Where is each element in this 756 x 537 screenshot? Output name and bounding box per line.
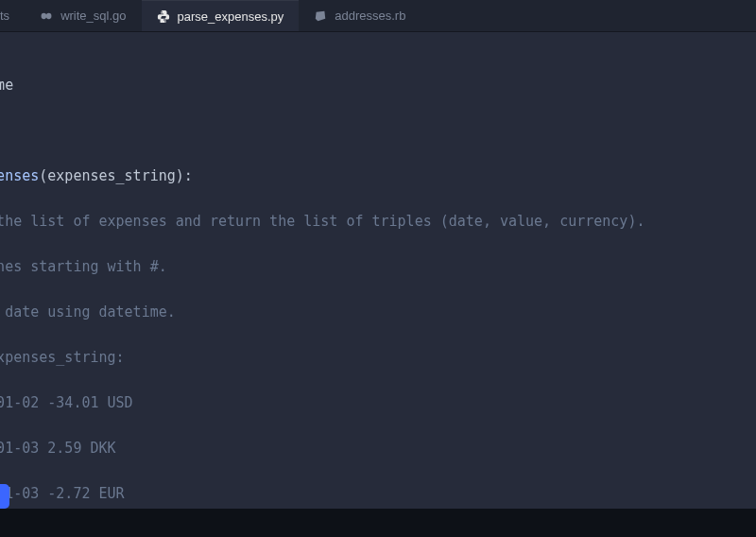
tab-parse-expenses[interactable]: parse_expenses.py xyxy=(142,0,300,31)
tab-label: parse_expenses.py xyxy=(178,9,284,24)
tab-addresses[interactable]: addresses.rb xyxy=(299,0,421,31)
svg-point-1 xyxy=(46,12,52,18)
tab-label: addresses.rb xyxy=(335,9,405,23)
code-text: (expenses_string): xyxy=(39,167,193,184)
comment: 016-01-02 -34.01 USD xyxy=(0,394,133,411)
comment: le expenses_string: xyxy=(0,349,125,366)
cursor-indicator xyxy=(0,484,9,509)
comment: 016-01-03 -2.72 EUR xyxy=(0,485,125,502)
function-name: _expenses xyxy=(0,167,39,184)
code-text: tetime xyxy=(0,77,13,94)
comment: e lines starting with #. xyxy=(0,258,167,275)
editor-tabs: ts write_sql.go parse_expenses.py addres… xyxy=(0,0,756,32)
ruby-icon xyxy=(314,9,327,23)
tab-ts[interactable]: ts xyxy=(0,0,25,31)
editor-footer xyxy=(0,509,756,537)
tab-label: write_sql.go xyxy=(60,9,126,23)
tab-write-sql[interactable]: write_sql.go xyxy=(25,0,141,31)
tab-label: ts xyxy=(0,9,9,23)
go-icon xyxy=(40,9,53,23)
comment: the date using datetime. xyxy=(0,303,176,320)
python-icon xyxy=(157,9,170,23)
code-editor[interactable]: tetime _expenses(expenses_string): rse t… xyxy=(0,32,756,537)
comment: rse the list of expenses and return the … xyxy=(0,213,644,230)
svg-point-0 xyxy=(42,12,47,18)
comment: 016-01-03 2.59 DKK xyxy=(0,440,116,457)
